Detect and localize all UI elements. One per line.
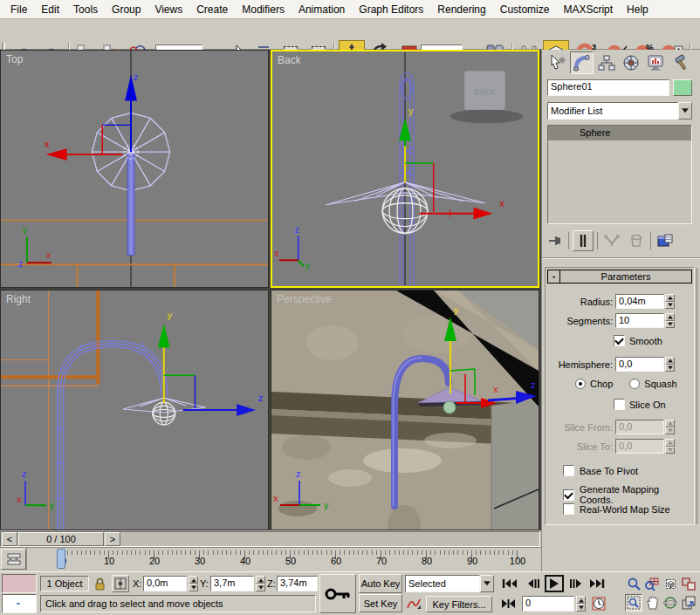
selection-lock-toggle[interactable] [92,576,107,591]
frame-spinner[interactable] [576,596,586,612]
slice-to-spinner[interactable] [665,439,675,454]
menu-item[interactable]: Modifiers [235,1,292,18]
next-frame-icon [570,579,581,588]
track-ruler[interactable]: 0102030405060708090100 [26,548,541,571]
segments-field[interactable]: 10 [615,313,664,328]
previous-frame-button[interactable] [525,576,541,591]
tab-utilities[interactable] [669,51,693,74]
base-to-pivot-checkbox[interactable] [563,465,574,476]
chop-radio[interactable] [575,379,586,389]
viewport-perspective[interactable]: y x z z x y Perspective [271,290,539,530]
zoom-extents-all-button[interactable] [680,575,697,592]
slice-from-field[interactable]: 0,0 [615,420,664,434]
object-color-swatch[interactable] [673,79,692,96]
radius-spinner[interactable] [665,294,675,309]
zoom-all-button[interactable] [643,575,661,592]
absolute-offset-toggle[interactable] [112,575,129,592]
current-frame-field[interactable]: 0 [522,596,574,612]
viewport-label-right[interactable]: Right [6,293,31,305]
parameters-rollout-header[interactable]: - Parameters [547,270,692,284]
zoom-button[interactable] [625,575,642,592]
viewport-back[interactable]: BACK [271,50,539,288]
pan-button[interactable] [643,594,661,612]
maxscript-mini-listener-pink[interactable] [2,574,37,593]
play-button[interactable] [545,575,564,592]
hemisphere-spinner[interactable] [665,357,675,372]
go-to-end-button[interactable] [587,576,607,591]
auto-key-button[interactable]: Auto Key [359,574,402,593]
menu-item[interactable]: Edit [34,1,66,18]
real-world-checkbox[interactable] [563,503,574,515]
remove-modifier-button[interactable] [626,230,647,251]
tab-modify[interactable] [570,51,594,74]
pin-stack-button[interactable] [546,231,565,250]
z-coord-field[interactable]: 3,74m [277,576,318,591]
menu-item[interactable]: Graph Editors [352,1,430,18]
panel-scrollbar[interactable] [696,268,698,524]
menu-item[interactable]: Customize [493,1,557,18]
x-coord-spinner[interactable] [189,576,198,591]
menu-item[interactable]: MAXScript [556,1,620,18]
slice-from-spinner[interactable] [665,420,675,434]
viewport-label-perspective[interactable]: Perspective [277,293,332,305]
menu-item[interactable]: Views [148,1,189,18]
viewport-right[interactable]: y z z x y Right [0,290,269,530]
maximize-viewport-toggle[interactable] [680,594,697,612]
hemisphere-field[interactable]: 0,0 [615,357,664,372]
next-frame-arrow[interactable]: > [105,532,120,546]
mini-curve-editor-button[interactable] [1,549,26,570]
generate-mapping-checkbox[interactable] [563,489,574,501]
radius-field[interactable]: 0,04m [615,294,664,309]
menu-item[interactable]: File [3,1,34,18]
time-slider-handle[interactable]: 0 / 100 [18,532,104,546]
set-key-button[interactable]: Set Key [359,594,402,612]
menu-item[interactable]: Animation [292,1,352,18]
y-coord-field[interactable]: 3,7m [210,576,254,591]
menu-item[interactable]: Help [620,1,655,18]
tab-motion[interactable] [619,51,642,74]
default-in-out-tangents-button[interactable] [405,595,422,612]
object-name-field[interactable]: Sphere01 [547,79,669,96]
set-keys-button[interactable] [319,574,356,613]
chevron-down-icon[interactable] [678,102,692,120]
squash-radio[interactable] [629,379,640,389]
selection-set-dropdown[interactable]: Selected [405,575,494,592]
prev-frame-arrow[interactable]: < [2,532,17,546]
y-coord-spinner[interactable] [256,576,265,591]
make-unique-button[interactable] [601,230,622,251]
slice-to-field[interactable]: 0,0 [615,439,664,454]
time-configuration-button[interactable] [590,595,607,612]
maxscript-mini-listener-white[interactable] [2,594,37,613]
region-zoom-button[interactable] [625,594,642,612]
configure-modifier-sets-button[interactable] [655,230,676,251]
menu-item[interactable]: Tools [66,1,105,18]
stack-item-sphere[interactable]: Sphere [548,126,691,140]
viewport-top-canvas: z x y x z [1,51,268,287]
arc-rotate-button[interactable] [662,594,679,612]
tab-hierarchy[interactable] [594,51,618,74]
menu-item[interactable]: Create [189,1,235,18]
menu-item[interactable]: Rendering [430,1,492,18]
collapse-icon[interactable]: - [548,270,560,283]
tab-display[interactable] [643,51,667,74]
slice-on-checkbox[interactable] [614,399,625,410]
x-coord-field[interactable]: 0,0m [143,576,187,591]
segments-spinner[interactable] [665,313,675,328]
go-to-start-button[interactable] [499,576,520,591]
chop-label: Chop [590,379,613,389]
smooth-checkbox[interactable] [614,335,625,346]
key-filters-button[interactable]: Key Filters... [426,596,492,612]
chevron-down-icon[interactable] [480,575,494,592]
viewport-label-back[interactable]: Back [278,54,301,66]
key-mode-toggle[interactable] [499,596,517,612]
show-end-result-button[interactable] [573,230,594,251]
viewport-top[interactable]: z x y x z Top [0,50,269,288]
tab-create[interactable] [546,51,569,74]
next-frame-button[interactable] [567,576,583,591]
current-frame-marker[interactable] [57,549,65,569]
modifier-list-dropdown[interactable]: Modifier List [547,102,692,120]
move-gizmo[interactable]: z x [45,72,139,161]
viewport-label-top[interactable]: Top [6,53,23,65]
zoom-extents-button[interactable] [662,575,679,592]
menu-item[interactable]: Group [105,1,148,18]
